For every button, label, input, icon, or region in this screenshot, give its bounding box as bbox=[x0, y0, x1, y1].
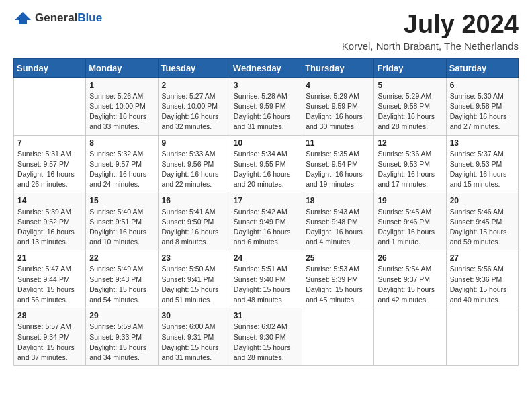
day-cell: 4Sunrise: 5:29 AM Sunset: 9:59 PM Daylig… bbox=[302, 77, 374, 135]
day-info: Sunrise: 5:28 AM Sunset: 9:59 PM Dayligh… bbox=[234, 91, 298, 132]
day-header-monday: Monday bbox=[86, 58, 158, 77]
day-info: Sunrise: 5:33 AM Sunset: 9:56 PM Dayligh… bbox=[162, 149, 226, 190]
day-number: 2 bbox=[162, 81, 226, 90]
day-cell: 18Sunrise: 5:43 AM Sunset: 9:48 PM Dayli… bbox=[302, 193, 374, 250]
day-info: Sunrise: 5:42 AM Sunset: 9:49 PM Dayligh… bbox=[234, 207, 298, 248]
location: Korvel, North Brabant, The Netherlands bbox=[342, 40, 519, 52]
day-cell: 30Sunrise: 6:00 AM Sunset: 9:31 PM Dayli… bbox=[158, 308, 230, 366]
day-cell: 28Sunrise: 5:57 AM Sunset: 9:34 PM Dayli… bbox=[14, 308, 86, 366]
week-row-3: 14Sunrise: 5:39 AM Sunset: 9:52 PM Dayli… bbox=[14, 193, 519, 250]
day-cell: 1Sunrise: 5:26 AM Sunset: 10:00 PM Dayli… bbox=[86, 77, 158, 135]
day-number: 10 bbox=[234, 138, 298, 148]
day-info: Sunrise: 5:39 AM Sunset: 9:52 PM Dayligh… bbox=[17, 207, 82, 248]
day-number: 24 bbox=[234, 253, 298, 263]
day-cell: 9Sunrise: 5:33 AM Sunset: 9:56 PM Daylig… bbox=[158, 135, 230, 193]
day-number: 26 bbox=[378, 253, 442, 263]
day-info: Sunrise: 5:59 AM Sunset: 9:33 PM Dayligh… bbox=[89, 322, 154, 363]
day-info: Sunrise: 5:49 AM Sunset: 9:43 PM Dayligh… bbox=[89, 264, 154, 305]
day-cell: 10Sunrise: 5:34 AM Sunset: 9:55 PM Dayli… bbox=[230, 135, 302, 193]
day-info: Sunrise: 5:37 AM Sunset: 9:53 PM Dayligh… bbox=[450, 149, 515, 190]
day-number: 15 bbox=[89, 196, 154, 205]
day-cell: 16Sunrise: 5:41 AM Sunset: 9:50 PM Dayli… bbox=[158, 193, 230, 250]
day-info: Sunrise: 5:50 AM Sunset: 9:41 PM Dayligh… bbox=[162, 264, 226, 305]
day-cell: 14Sunrise: 5:39 AM Sunset: 9:52 PM Dayli… bbox=[14, 193, 86, 250]
day-header-sunday: Sunday bbox=[14, 58, 86, 77]
day-cell: 27Sunrise: 5:56 AM Sunset: 9:36 PM Dayli… bbox=[446, 250, 518, 308]
day-number: 16 bbox=[162, 196, 226, 205]
day-number: 11 bbox=[306, 138, 370, 148]
day-cell: 26Sunrise: 5:54 AM Sunset: 9:37 PM Dayli… bbox=[374, 250, 446, 308]
day-info: Sunrise: 5:30 AM Sunset: 9:58 PM Dayligh… bbox=[450, 91, 515, 132]
day-number: 17 bbox=[234, 196, 298, 205]
day-info: Sunrise: 5:53 AM Sunset: 9:39 PM Dayligh… bbox=[306, 264, 370, 305]
day-number: 28 bbox=[17, 311, 82, 320]
day-cell bbox=[14, 77, 86, 135]
day-info: Sunrise: 5:45 AM Sunset: 9:46 PM Dayligh… bbox=[378, 207, 442, 248]
day-info: Sunrise: 5:41 AM Sunset: 9:50 PM Dayligh… bbox=[162, 207, 226, 248]
day-header-saturday: Saturday bbox=[446, 58, 518, 77]
week-row-1: 1Sunrise: 5:26 AM Sunset: 10:00 PM Dayli… bbox=[14, 77, 519, 135]
day-number: 27 bbox=[450, 253, 515, 263]
logo-icon bbox=[13, 11, 32, 26]
day-info: Sunrise: 5:29 AM Sunset: 9:58 PM Dayligh… bbox=[378, 91, 442, 132]
day-cell: 2Sunrise: 5:27 AM Sunset: 10:00 PM Dayli… bbox=[158, 77, 230, 135]
day-info: Sunrise: 5:31 AM Sunset: 9:57 PM Dayligh… bbox=[17, 149, 82, 190]
day-info: Sunrise: 5:27 AM Sunset: 10:00 PM Daylig… bbox=[162, 91, 226, 132]
day-number: 30 bbox=[162, 311, 226, 320]
month-year: July 2024 bbox=[342, 11, 519, 39]
day-cell: 31Sunrise: 6:02 AM Sunset: 9:30 PM Dayli… bbox=[230, 308, 302, 366]
day-number: 21 bbox=[17, 253, 82, 263]
day-cell: 24Sunrise: 5:51 AM Sunset: 9:40 PM Dayli… bbox=[230, 250, 302, 308]
day-number: 12 bbox=[378, 138, 442, 148]
week-row-4: 21Sunrise: 5:47 AM Sunset: 9:44 PM Dayli… bbox=[14, 250, 519, 308]
day-number: 9 bbox=[162, 138, 226, 148]
day-number: 3 bbox=[234, 81, 298, 90]
day-number: 5 bbox=[378, 81, 442, 90]
day-cell: 22Sunrise: 5:49 AM Sunset: 9:43 PM Dayli… bbox=[86, 250, 158, 308]
day-cell: 21Sunrise: 5:47 AM Sunset: 9:44 PM Dayli… bbox=[14, 250, 86, 308]
day-number: 23 bbox=[162, 253, 226, 263]
day-header-tuesday: Tuesday bbox=[158, 58, 230, 77]
day-number: 25 bbox=[306, 253, 370, 263]
calendar-table: SundayMondayTuesdayWednesdayThursdayFrid… bbox=[13, 58, 519, 366]
day-info: Sunrise: 5:26 AM Sunset: 10:00 PM Daylig… bbox=[89, 91, 154, 132]
day-info: Sunrise: 5:35 AM Sunset: 9:54 PM Dayligh… bbox=[306, 149, 370, 190]
day-info: Sunrise: 5:34 AM Sunset: 9:55 PM Dayligh… bbox=[234, 149, 298, 190]
header-row: SundayMondayTuesdayWednesdayThursdayFrid… bbox=[14, 58, 519, 77]
day-info: Sunrise: 5:36 AM Sunset: 9:53 PM Dayligh… bbox=[378, 149, 442, 190]
week-row-5: 28Sunrise: 5:57 AM Sunset: 9:34 PM Dayli… bbox=[14, 308, 519, 366]
day-info: Sunrise: 6:02 AM Sunset: 9:30 PM Dayligh… bbox=[234, 322, 298, 363]
day-cell: 11Sunrise: 5:35 AM Sunset: 9:54 PM Dayli… bbox=[302, 135, 374, 193]
day-number: 8 bbox=[89, 138, 154, 148]
day-info: Sunrise: 6:00 AM Sunset: 9:31 PM Dayligh… bbox=[162, 322, 226, 363]
svg-marker-0 bbox=[15, 12, 31, 24]
logo: GeneralBlue bbox=[13, 11, 102, 26]
week-row-2: 7Sunrise: 5:31 AM Sunset: 9:57 PM Daylig… bbox=[14, 135, 519, 193]
day-info: Sunrise: 5:29 AM Sunset: 9:59 PM Dayligh… bbox=[306, 91, 370, 132]
day-header-thursday: Thursday bbox=[302, 58, 374, 77]
day-header-friday: Friday bbox=[374, 58, 446, 77]
day-info: Sunrise: 5:43 AM Sunset: 9:48 PM Dayligh… bbox=[306, 207, 370, 248]
day-cell: 29Sunrise: 5:59 AM Sunset: 9:33 PM Dayli… bbox=[86, 308, 158, 366]
day-number: 29 bbox=[89, 311, 154, 320]
day-number: 7 bbox=[17, 138, 82, 148]
day-cell bbox=[374, 308, 446, 366]
day-cell bbox=[302, 308, 374, 366]
day-number: 19 bbox=[378, 196, 442, 205]
header: GeneralBlue July 2024 Korvel, North Brab… bbox=[13, 11, 519, 52]
day-cell: 19Sunrise: 5:45 AM Sunset: 9:46 PM Dayli… bbox=[374, 193, 446, 250]
day-info: Sunrise: 5:51 AM Sunset: 9:40 PM Dayligh… bbox=[234, 264, 298, 305]
day-info: Sunrise: 5:54 AM Sunset: 9:37 PM Dayligh… bbox=[378, 264, 442, 305]
day-cell: 15Sunrise: 5:40 AM Sunset: 9:51 PM Dayli… bbox=[86, 193, 158, 250]
day-cell: 5Sunrise: 5:29 AM Sunset: 9:58 PM Daylig… bbox=[374, 77, 446, 135]
day-number: 20 bbox=[450, 196, 515, 205]
day-number: 31 bbox=[234, 311, 298, 320]
day-info: Sunrise: 5:32 AM Sunset: 9:57 PM Dayligh… bbox=[89, 149, 154, 190]
day-info: Sunrise: 5:57 AM Sunset: 9:34 PM Dayligh… bbox=[17, 322, 82, 363]
day-number: 6 bbox=[450, 81, 515, 90]
day-number: 22 bbox=[89, 253, 154, 263]
day-header-wednesday: Wednesday bbox=[230, 58, 302, 77]
day-info: Sunrise: 5:46 AM Sunset: 9:45 PM Dayligh… bbox=[450, 207, 515, 248]
title-area: July 2024 Korvel, North Brabant, The Net… bbox=[342, 11, 519, 52]
day-number: 4 bbox=[306, 81, 370, 90]
